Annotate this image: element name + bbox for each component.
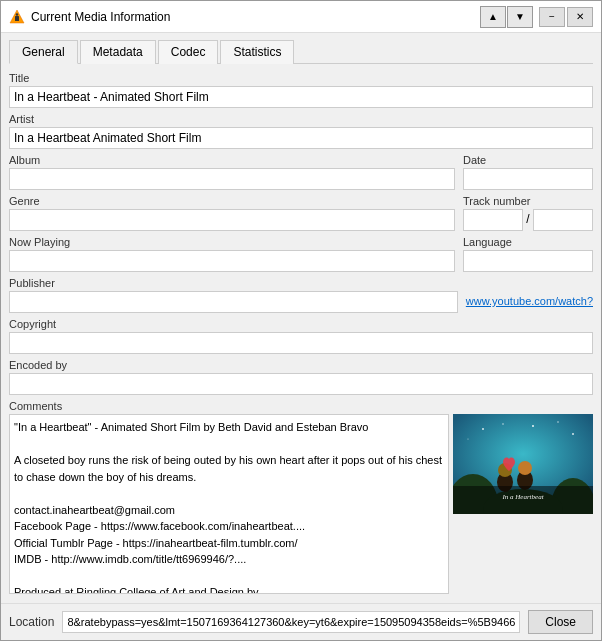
nowplaying-language-row: Now Playing Language bbox=[9, 236, 593, 277]
comments-label: Comments bbox=[9, 400, 593, 412]
svg-point-18 bbox=[467, 438, 468, 439]
language-col: Language bbox=[463, 236, 593, 277]
tab-codec[interactable]: Codec bbox=[158, 40, 219, 64]
nowplaying-label: Now Playing bbox=[9, 236, 455, 248]
scroll-down-button[interactable]: ▼ bbox=[507, 6, 533, 28]
form-content: Title Artist Album Date bbox=[9, 72, 593, 597]
location-bar: Location Close bbox=[1, 603, 601, 640]
encoded-by-field-group: Encoded by bbox=[9, 359, 593, 395]
nowplaying-input[interactable] bbox=[9, 250, 455, 272]
date-label: Date bbox=[463, 154, 593, 166]
vlc-icon bbox=[9, 9, 25, 25]
publisher-label: Publisher bbox=[9, 277, 593, 289]
svg-rect-1 bbox=[15, 16, 19, 21]
youtube-link[interactable]: www.youtube.com/watch? bbox=[466, 291, 593, 313]
track-col: Track number / bbox=[463, 195, 593, 236]
album-col: Album bbox=[9, 154, 455, 195]
copyright-input[interactable] bbox=[9, 332, 593, 354]
close-button[interactable]: Close bbox=[528, 610, 593, 634]
tab-general[interactable]: General bbox=[9, 40, 78, 64]
language-label: Language bbox=[463, 236, 593, 248]
genre-field-group: Genre bbox=[9, 195, 455, 231]
encoded-by-label: Encoded by bbox=[9, 359, 593, 371]
album-label: Album bbox=[9, 154, 455, 166]
artist-field-group: Artist bbox=[9, 113, 593, 149]
track-number-input[interactable] bbox=[463, 209, 523, 231]
svg-point-10 bbox=[518, 461, 532, 475]
track-total-input[interactable] bbox=[533, 209, 593, 231]
nowplaying-field-group: Now Playing bbox=[9, 236, 455, 272]
minimize-button[interactable]: − bbox=[539, 7, 565, 27]
svg-point-14 bbox=[502, 423, 504, 425]
track-inputs: / bbox=[463, 209, 593, 231]
encoded-by-input[interactable] bbox=[9, 373, 593, 395]
thumbnail: In a Heartbeat bbox=[453, 414, 593, 514]
tab-statistics[interactable]: Statistics bbox=[220, 40, 294, 64]
language-field-group: Language bbox=[463, 236, 593, 272]
comments-textarea[interactable] bbox=[9, 414, 449, 594]
title-bar-controls: ▲ ▼ − ✕ bbox=[480, 6, 593, 28]
date-field-group: Date bbox=[463, 154, 593, 190]
svg-point-13 bbox=[482, 428, 484, 430]
nav-arrows: ▲ ▼ bbox=[480, 6, 533, 28]
language-input[interactable] bbox=[463, 250, 593, 272]
window-close-button[interactable]: ✕ bbox=[567, 7, 593, 27]
genre-col: Genre bbox=[9, 195, 455, 236]
comments-row: In a Heartbeat bbox=[9, 414, 593, 594]
main-window: Current Media Information ▲ ▼ − ✕ Genera… bbox=[0, 0, 602, 641]
scroll-up-button[interactable]: ▲ bbox=[480, 6, 506, 28]
publisher-field-group: Publisher www.youtube.com/watch? bbox=[9, 277, 593, 313]
title-label: Title bbox=[9, 72, 593, 84]
location-label: Location bbox=[9, 615, 54, 629]
artist-input[interactable] bbox=[9, 127, 593, 149]
artist-label: Artist bbox=[9, 113, 593, 125]
copyright-label: Copyright bbox=[9, 318, 593, 330]
title-bar-left: Current Media Information bbox=[9, 9, 170, 25]
window-title: Current Media Information bbox=[31, 10, 170, 24]
tab-bar: General Metadata Codec Statistics bbox=[9, 39, 593, 64]
album-date-row: Album Date bbox=[9, 154, 593, 195]
thumbnail-image: In a Heartbeat bbox=[453, 414, 593, 514]
genre-track-row: Genre Track number / bbox=[9, 195, 593, 236]
nowplaying-col: Now Playing bbox=[9, 236, 455, 277]
location-input[interactable] bbox=[62, 611, 520, 633]
copyright-field-group: Copyright bbox=[9, 318, 593, 354]
svg-point-2 bbox=[16, 13, 18, 15]
comments-section: Comments bbox=[9, 400, 593, 594]
album-field-group: Album bbox=[9, 154, 455, 190]
title-bar: Current Media Information ▲ ▼ − ✕ bbox=[1, 1, 601, 33]
album-input[interactable] bbox=[9, 168, 455, 190]
track-field-group: Track number / bbox=[463, 195, 593, 231]
publisher-row: www.youtube.com/watch? bbox=[9, 291, 593, 313]
content-area: General Metadata Codec Statistics Title … bbox=[1, 33, 601, 603]
title-input[interactable] bbox=[9, 86, 593, 108]
svg-text:In a Heartbeat: In a Heartbeat bbox=[501, 493, 544, 501]
title-field-group: Title bbox=[9, 72, 593, 108]
svg-point-17 bbox=[572, 433, 574, 435]
genre-label: Genre bbox=[9, 195, 455, 207]
publisher-input[interactable] bbox=[9, 291, 458, 313]
track-label: Track number bbox=[463, 195, 593, 207]
svg-point-16 bbox=[557, 421, 559, 423]
svg-point-15 bbox=[532, 425, 534, 427]
date-col: Date bbox=[463, 154, 593, 195]
genre-input[interactable] bbox=[9, 209, 455, 231]
date-input[interactable] bbox=[463, 168, 593, 190]
track-slash: / bbox=[526, 212, 529, 229]
tab-metadata[interactable]: Metadata bbox=[80, 40, 156, 64]
